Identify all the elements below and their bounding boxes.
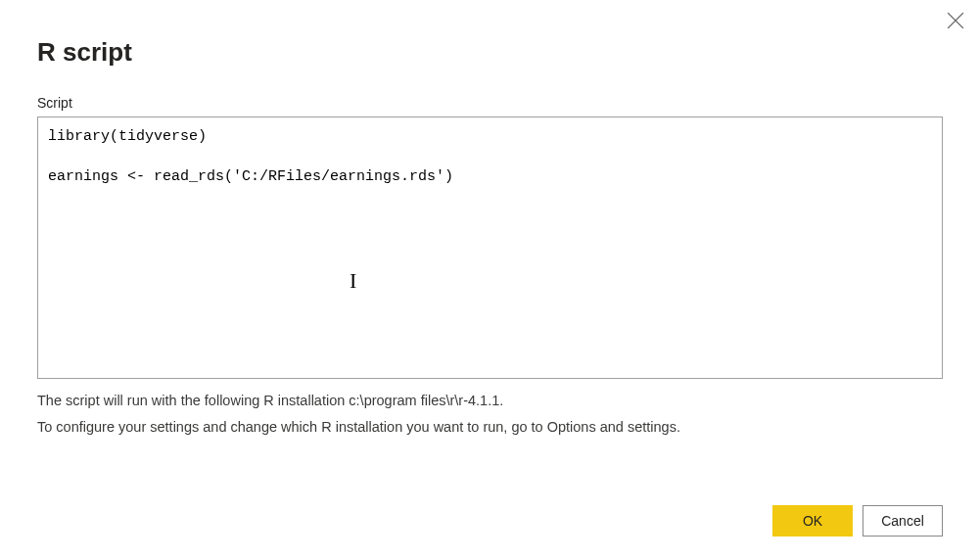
script-textarea-wrap: I <box>37 117 943 379</box>
info-line-2: To configure your settings and change wh… <box>37 415 943 440</box>
ok-button[interactable]: OK <box>772 505 853 537</box>
script-label: Script <box>37 95 943 111</box>
r-script-dialog: R script Script I The script will run wi… <box>0 0 980 560</box>
dialog-title: R script <box>37 37 943 68</box>
script-textarea[interactable] <box>38 117 942 378</box>
info-line-1: The script will run with the following R… <box>37 389 943 413</box>
dialog-button-row: OK Cancel <box>772 505 943 537</box>
close-icon[interactable] <box>947 12 964 29</box>
cancel-button[interactable]: Cancel <box>863 505 943 537</box>
